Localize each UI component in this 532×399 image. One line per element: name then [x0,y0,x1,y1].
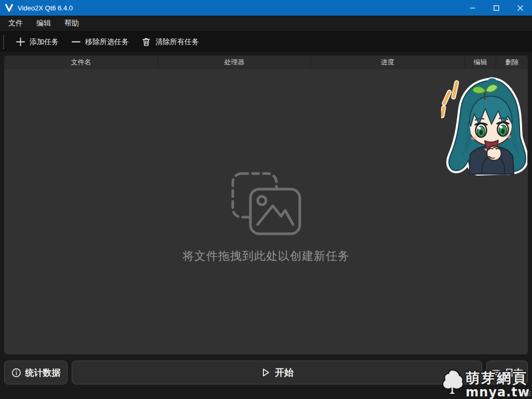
menubar: 文件 编辑 帮助 [0,16,532,31]
start-button[interactable]: 开始 [72,361,482,384]
minimize-button[interactable] [460,0,484,16]
remove-selected-label: 移除所选任务 [85,37,129,47]
watermark-site-url: mnya.tw [466,386,530,398]
menu-edit[interactable]: 编辑 [30,17,58,30]
column-header-filename[interactable]: 文件名 [4,56,158,69]
column-header-edit[interactable]: 编辑 [465,56,496,69]
resize-grip[interactable] [525,389,531,398]
drop-image-icon [227,170,305,241]
clear-all-label: 清除所有任务 [155,37,199,47]
video2x-window: Video2X Qt6 6.4.0 文件 编辑 帮助 添加任务 [0,0,532,399]
table-header: 文件名 处理器 进度 编辑 删除 [4,56,528,69]
window-title: Video2X Qt6 6.4.0 [18,4,73,12]
clear-all-button[interactable]: 清除所有任务 [135,34,205,50]
minus-icon [71,37,81,47]
log-button[interactable]: 日志 [486,361,528,384]
titlebar[interactable]: Video2X Qt6 6.4.0 [0,0,532,16]
menu-file[interactable]: 文件 [2,17,30,30]
menu-help[interactable]: 帮助 [58,17,86,30]
statistics-label: 统计数据 [25,367,61,379]
add-task-button[interactable]: 添加任务 [9,34,65,50]
drop-hint-text: 将文件拖拽到此处以创建新任务 [182,248,350,264]
empty-state: 将文件拖拽到此处以创建新任务 [4,170,528,264]
maximize-button[interactable] [484,0,508,16]
list-icon [491,368,501,377]
add-task-label: 添加任务 [30,37,59,47]
column-header-progress[interactable]: 进度 [311,56,465,69]
plus-icon [16,37,25,47]
app-logo-icon [5,3,14,12]
trash-icon [141,37,151,47]
window-controls [460,0,532,16]
log-label: 日志 [505,367,523,379]
toolbar: 添加任务 移除所选任务 清除所有任务 [0,31,532,52]
info-icon [11,368,21,378]
close-button[interactable] [508,0,532,16]
mascot-sticker [441,76,527,176]
remove-selected-button[interactable]: 移除所选任务 [65,34,135,50]
column-header-processor[interactable]: 处理器 [158,56,311,69]
statistics-button[interactable]: 统计数据 [4,361,68,384]
play-icon [260,367,271,378]
toolbar-drag-handle[interactable] [3,35,5,49]
start-label: 开始 [275,366,294,379]
column-header-delete[interactable]: 删除 [496,56,528,69]
